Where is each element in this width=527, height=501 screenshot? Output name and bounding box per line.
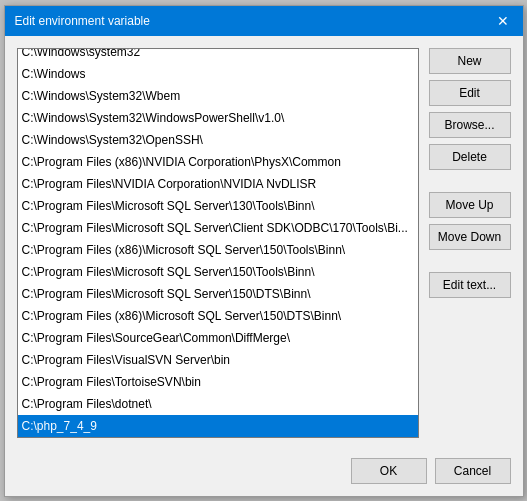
list-item[interactable]: C:\Program Files (x86)\NVIDIA Corporatio… xyxy=(18,151,418,173)
list-item[interactable]: C:\Program Files\Microsoft SQL Server\15… xyxy=(18,261,418,283)
list-item[interactable]: C:\Program Files (x86)\Microsoft SQL Ser… xyxy=(18,305,418,327)
close-button[interactable]: ✕ xyxy=(493,11,513,31)
list-item[interactable]: C:\Windows\System32\Wbem xyxy=(18,85,418,107)
delete-button[interactable]: Delete xyxy=(429,144,511,170)
spacer1 xyxy=(429,176,511,186)
list-item[interactable]: C:\Program Files\Microsoft\Web Platform … xyxy=(18,437,418,438)
list-item[interactable]: C:\Program Files\SourceGear\Common\DiffM… xyxy=(18,327,418,349)
move-up-button[interactable]: Move Up xyxy=(429,192,511,218)
title-bar: Edit environment variable ✕ xyxy=(5,6,523,36)
ok-button[interactable]: OK xyxy=(351,458,427,484)
move-down-button[interactable]: Move Down xyxy=(429,224,511,250)
list-item[interactable]: C:\Windows\system32 xyxy=(18,48,418,63)
list-item[interactable]: C:\Program Files\Microsoft SQL Server\Cl… xyxy=(18,217,418,239)
action-buttons: New Edit Browse... Delete Move Up Move D… xyxy=(429,48,511,438)
list-item[interactable]: C:\Program Files\Microsoft SQL Server\13… xyxy=(18,195,418,217)
new-button[interactable]: New xyxy=(429,48,511,74)
list-item[interactable]: C:\Windows xyxy=(18,63,418,85)
list-item[interactable]: C:\Program Files\Microsoft SQL Server\15… xyxy=(18,283,418,305)
cancel-button[interactable]: Cancel xyxy=(435,458,511,484)
list-item[interactable]: C:\php_7_4_9 xyxy=(18,415,418,437)
env-var-list[interactable]: C:\Windows\system32C:\WindowsC:\Windows\… xyxy=(17,48,419,438)
dialog: Edit environment variable ✕ C:\Windows\s… xyxy=(4,5,524,497)
dialog-footer: OK Cancel xyxy=(5,450,523,496)
spacer2 xyxy=(429,256,511,266)
browse-button[interactable]: Browse... xyxy=(429,112,511,138)
edit-text-button[interactable]: Edit text... xyxy=(429,272,511,298)
dialog-body: C:\Windows\system32C:\WindowsC:\Windows\… xyxy=(5,36,523,450)
list-item[interactable]: C:\Program Files\VisualSVN Server\bin xyxy=(18,349,418,371)
list-item[interactable]: C:\Program Files\NVIDIA Corporation\NVID… xyxy=(18,173,418,195)
list-item[interactable]: C:\Program Files (x86)\Microsoft SQL Ser… xyxy=(18,239,418,261)
list-item[interactable]: C:\Program Files\dotnet\ xyxy=(18,393,418,415)
list-item[interactable]: C:\Windows\System32\WindowsPowerShell\v1… xyxy=(18,107,418,129)
list-item[interactable]: C:\Windows\System32\OpenSSH\ xyxy=(18,129,418,151)
edit-button[interactable]: Edit xyxy=(429,80,511,106)
dialog-title: Edit environment variable xyxy=(15,14,150,28)
list-item[interactable]: C:\Program Files\TortoiseSVN\bin xyxy=(18,371,418,393)
